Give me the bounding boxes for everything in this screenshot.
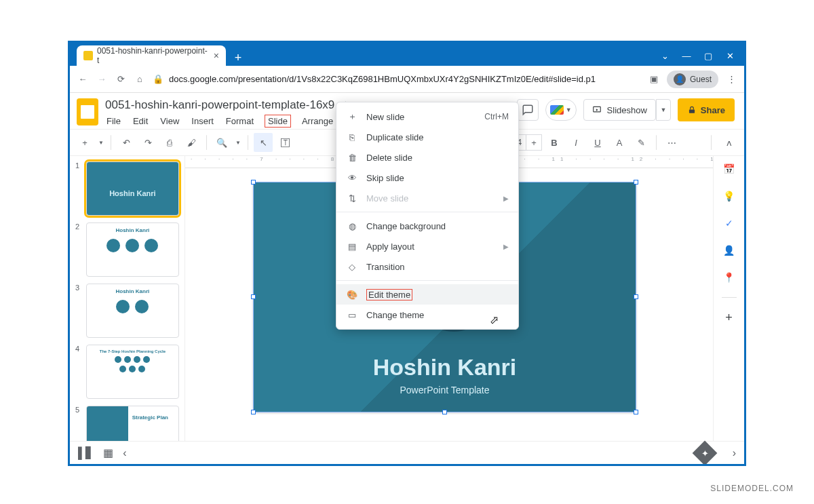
- maximize-icon[interactable]: ▢: [703, 51, 713, 60]
- text-color-button[interactable]: A: [610, 133, 629, 152]
- side-panel-toggle-icon[interactable]: ›: [733, 447, 736, 459]
- slideshow-label: Slideshow: [607, 105, 647, 115]
- selection-handle[interactable]: [634, 294, 638, 299]
- explore-button[interactable]: ✦: [692, 440, 717, 465]
- bold-button[interactable]: B: [545, 133, 564, 152]
- kebab-menu-icon[interactable]: ⋮: [725, 74, 737, 84]
- thumbnail-number: 2: [75, 222, 82, 277]
- selection-handle[interactable]: [251, 180, 256, 185]
- shortcut-label: Ctrl+M: [484, 112, 509, 121]
- selection-handle[interactable]: [634, 410, 638, 414]
- print-button[interactable]: ⎙: [160, 133, 179, 152]
- new-tab-button[interactable]: +: [230, 50, 246, 66]
- calendar-icon[interactable]: 📅: [722, 161, 737, 176]
- tab-close-icon[interactable]: ×: [214, 50, 219, 61]
- highlight-button[interactable]: ✎: [632, 133, 651, 152]
- menu-edit-theme[interactable]: 🎨 Edit theme: [336, 284, 518, 305]
- side-panel: 📅 💡 ✓ 👤 📍 +: [713, 156, 744, 441]
- profile-button[interactable]: 👤 Guest: [667, 71, 718, 88]
- slide-thumbnail-5[interactable]: Strategic Plan: [86, 406, 179, 441]
- address-bar: ← → ⟳ ⌂ 🔒 docs.google.com/presentation/d…: [70, 66, 744, 93]
- menu-file[interactable]: File: [105, 115, 122, 128]
- comments-button[interactable]: [517, 99, 539, 121]
- undo-button[interactable]: ↶: [117, 133, 136, 152]
- tasks-icon[interactable]: ✓: [722, 216, 737, 231]
- filmstrip-view-icon[interactable]: ▌▋: [78, 446, 94, 459]
- textbox-tool[interactable]: 🅃: [275, 133, 294, 152]
- nav-back-icon[interactable]: ←: [77, 74, 89, 84]
- redo-button[interactable]: ↷: [138, 133, 157, 152]
- lock-icon: 🔒: [153, 74, 163, 84]
- minimize-icon[interactable]: —: [682, 51, 691, 60]
- slideshow-button[interactable]: Slideshow: [583, 99, 656, 121]
- doc-title[interactable]: 0051-hoshin-kanri-powerpoint-template-16…: [105, 98, 334, 112]
- avatar-icon: 👤: [674, 73, 686, 85]
- nav-forward-icon[interactable]: →: [96, 74, 108, 84]
- palette-icon: 🎨: [346, 290, 358, 300]
- url-text: docs.google.com/presentation/d/1Vs8x22C3…: [169, 74, 596, 84]
- slide-thumbnail-1[interactable]: Hoshin Kanri: [86, 161, 179, 216]
- new-slide-toolbar-button[interactable]: +: [75, 133, 94, 152]
- comment-icon: [522, 104, 534, 116]
- font-size-increase[interactable]: +: [526, 138, 541, 148]
- thumbnail-title: Hoshin Kanri: [87, 223, 178, 233]
- menu-delete-slide[interactable]: 🗑 Delete slide: [336, 147, 518, 168]
- select-tool[interactable]: ↖: [254, 133, 273, 152]
- grid-view-icon[interactable]: ▦: [103, 446, 113, 459]
- maps-icon[interactable]: 📍: [722, 270, 737, 285]
- slide-title: Hoshin Kanri: [254, 354, 636, 381]
- menu-duplicate-slide[interactable]: ⎘ Duplicate slide: [336, 127, 518, 147]
- hide-menus-button[interactable]: ʌ: [720, 133, 739, 152]
- menu-apply-layout[interactable]: ▤ Apply layout ▶: [336, 236, 518, 256]
- thumbnail-title: Hoshin Kanri: [87, 284, 178, 294]
- keep-icon[interactable]: 💡: [722, 189, 737, 203]
- selection-handle[interactable]: [442, 410, 447, 414]
- menu-view[interactable]: View: [159, 115, 180, 128]
- menu-skip-slide[interactable]: 👁 Skip slide: [336, 168, 518, 188]
- slide-thumbnail-4[interactable]: The 7-Step Hoshin Planning Cycle: [86, 345, 179, 399]
- underline-button[interactable]: U: [588, 133, 607, 152]
- menu-transition[interactable]: ◇ Transition: [336, 256, 518, 277]
- contacts-icon[interactable]: 👤: [722, 243, 737, 258]
- slide-thumbnail-2[interactable]: Hoshin Kanri: [86, 222, 179, 277]
- selection-handle[interactable]: [634, 180, 638, 185]
- menu-slide[interactable]: Slide: [265, 115, 291, 128]
- zoom-dropdown[interactable]: ▼: [234, 133, 242, 152]
- zoom-button[interactable]: 🔍: [212, 133, 231, 152]
- menu-insert[interactable]: Insert: [190, 115, 215, 128]
- menu-edit[interactable]: Edit: [132, 115, 149, 128]
- selection-handle[interactable]: [251, 294, 256, 299]
- selection-handle[interactable]: [251, 410, 256, 414]
- close-window-icon[interactable]: ✕: [725, 51, 735, 60]
- duplicate-icon: ⎘: [346, 132, 358, 142]
- meet-button[interactable]: ▼: [545, 99, 577, 121]
- reload-icon[interactable]: ⟳: [115, 74, 127, 84]
- thumbnail-title: The 7-Step Hoshin Planning Cycle: [87, 345, 178, 353]
- share-button[interactable]: Share: [678, 98, 735, 121]
- paint-format-button[interactable]: 🖌: [182, 133, 201, 152]
- slide-menu-dropdown: ＋ New slide Ctrl+M ⎘ Duplicate slide 🗑 D…: [336, 102, 519, 330]
- browser-tab[interactable]: 0051-hoshin-kanri-powerpoint-t ×: [77, 45, 226, 66]
- extensions-icon[interactable]: ▣: [648, 74, 660, 84]
- play-icon: [592, 105, 602, 115]
- menu-arrange[interactable]: Arrange: [301, 115, 334, 128]
- thumbnail-title: Strategic Plan: [132, 410, 174, 421]
- thumbnail-number: 4: [75, 345, 82, 399]
- slide-thumbnail-3[interactable]: Hoshin Kanri: [86, 284, 179, 338]
- slideshow-options-button[interactable]: ▼: [656, 99, 671, 121]
- italic-button[interactable]: I: [566, 133, 585, 152]
- submenu-arrow-icon: ▶: [503, 243, 509, 250]
- menu-new-slide[interactable]: ＋ New slide Ctrl+M: [336, 106, 518, 127]
- meet-icon: [550, 105, 564, 115]
- url-field[interactable]: 🔒 docs.google.com/presentation/d/1Vs8x22…: [153, 70, 641, 89]
- add-on-button[interactable]: +: [722, 310, 737, 325]
- window-dropdown-icon[interactable]: ⌄: [660, 51, 670, 60]
- menu-format[interactable]: Format: [225, 115, 255, 128]
- new-slide-dropdown[interactable]: ▼: [97, 133, 105, 152]
- home-icon[interactable]: ⌂: [134, 74, 146, 84]
- menu-change-background[interactable]: ◍ Change background: [336, 216, 518, 236]
- trash-icon: 🗑: [346, 153, 358, 163]
- slides-logo[interactable]: [77, 98, 98, 125]
- more-toolbar-button[interactable]: ⋯: [662, 133, 681, 152]
- collapse-panel-icon[interactable]: ‹: [123, 447, 126, 459]
